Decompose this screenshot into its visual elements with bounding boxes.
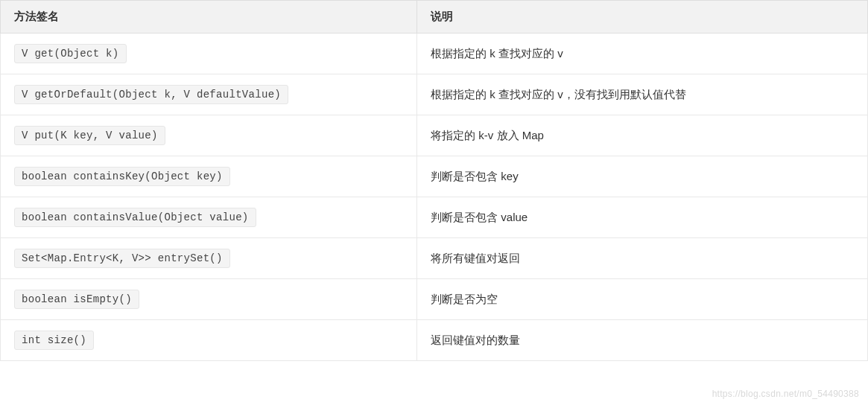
method-signature-code: Set<Map.Entry<K, V>> entrySet() xyxy=(14,249,230,268)
cell-signature: V getOrDefault(Object k, V defaultValue) xyxy=(0,74,416,115)
cell-description: 判断是否包含 value xyxy=(416,197,868,238)
cell-signature: V put(K key, V value) xyxy=(0,115,416,156)
table-row: Set<Map.Entry<K, V>> entrySet() 将所有键值对返回 xyxy=(0,238,868,279)
cell-description: 判断是否为空 xyxy=(416,279,868,320)
cell-description: 判断是否包含 key xyxy=(416,156,868,197)
cell-signature: boolean isEmpty() xyxy=(0,279,416,320)
cell-description: 将指定的 k-v 放入 Map xyxy=(416,115,868,156)
api-methods-table: 方法签名 说明 V get(Object k) 根据指定的 k 查找对应的 v … xyxy=(0,0,868,361)
method-signature-code: boolean containsKey(Object key) xyxy=(14,167,230,186)
method-signature-code: boolean isEmpty() xyxy=(14,290,139,309)
cell-description: 根据指定的 k 查找对应的 v，没有找到用默认值代替 xyxy=(416,74,868,115)
table-row: boolean isEmpty() 判断是否为空 xyxy=(0,279,868,320)
table-row: boolean containsKey(Object key) 判断是否包含 k… xyxy=(0,156,868,197)
cell-description: 返回键值对的数量 xyxy=(416,320,868,361)
cell-signature: V get(Object k) xyxy=(0,34,416,74)
cell-signature: boolean containsKey(Object key) xyxy=(0,156,416,197)
method-signature-code: boolean containsValue(Object value) xyxy=(14,208,256,227)
table-row: V getOrDefault(Object k, V defaultValue)… xyxy=(0,74,868,115)
cell-signature: boolean containsValue(Object value) xyxy=(0,197,416,238)
table-row: boolean containsValue(Object value) 判断是否… xyxy=(0,197,868,238)
cell-signature: Set<Map.Entry<K, V>> entrySet() xyxy=(0,238,416,279)
cell-description: 根据指定的 k 查找对应的 v xyxy=(416,34,868,74)
cell-description: 将所有键值对返回 xyxy=(416,238,868,279)
header-signature: 方法签名 xyxy=(0,0,416,34)
method-signature-code: V put(K key, V value) xyxy=(14,126,165,145)
method-signature-code: V getOrDefault(Object k, V defaultValue) xyxy=(14,85,288,104)
table-row: int size() 返回键值对的数量 xyxy=(0,320,868,361)
cell-signature: int size() xyxy=(0,320,416,361)
table-row: V put(K key, V value) 将指定的 k-v 放入 Map xyxy=(0,115,868,156)
table-row: V get(Object k) 根据指定的 k 查找对应的 v xyxy=(0,34,868,74)
method-signature-code: int size() xyxy=(14,331,94,350)
header-description: 说明 xyxy=(416,0,868,34)
table-header-row: 方法签名 说明 xyxy=(0,0,868,34)
method-signature-code: V get(Object k) xyxy=(14,44,127,63)
